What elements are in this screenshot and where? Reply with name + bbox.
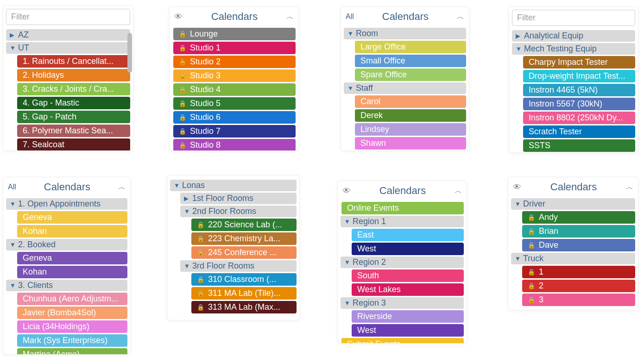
calendar-item[interactable]: 6. Polymer Mastic Sea...: [17, 125, 130, 137]
group-row[interactable]: ▼Region 2: [341, 257, 464, 268]
calendar-item[interactable]: Kohan: [17, 266, 127, 278]
calendar-item[interactable]: 🔒Dave: [522, 239, 635, 251]
collapse-icon[interactable]: ︿: [118, 182, 126, 192]
calendar-item[interactable]: Charpy Impact Tester: [523, 56, 635, 69]
panel1-list: ▶AZ▼UT1. Rainouts / Cancellat...2. Holid…: [3, 29, 133, 151]
calendar-item[interactable]: 🔒Studio 8: [173, 139, 296, 151]
calendar-item[interactable]: 1. Rainouts / Cancellat...: [17, 55, 130, 68]
calendar-item[interactable]: West: [352, 243, 464, 255]
group-row[interactable]: ▼Truck: [511, 253, 635, 264]
calendar-item[interactable]: Spare Office: [355, 69, 466, 81]
calendar-item[interactable]: 4. Gap - Mastic: [17, 97, 130, 109]
panel-title: Calendars: [183, 11, 286, 23]
calendar-item[interactable]: 🔒Studio 3: [173, 69, 296, 82]
group-row[interactable]: ▼Region 3: [341, 297, 464, 309]
calendar-item[interactable]: 🔒223 Chemistry La...: [191, 232, 297, 245]
group-row[interactable]: ▼Driver: [511, 198, 635, 210]
calendar-item[interactable]: 🔒Studio 7: [173, 125, 296, 138]
calendar-item[interactable]: Mark (Sys Enterprises): [17, 334, 127, 347]
calendar-item[interactable]: Martina (Acme): [17, 348, 127, 355]
collapse-icon[interactable]: ︿: [457, 12, 464, 22]
calendar-item[interactable]: Submit Events: [341, 338, 464, 344]
calendar-item[interactable]: Lindsey: [355, 123, 466, 136]
calendar-item[interactable]: 🔒245 Conference ...: [191, 246, 297, 259]
calendar-item[interactable]: 3. Cracks / Joints / Cra...: [17, 83, 130, 95]
calendar-item[interactable]: 🔒Studio 1: [173, 42, 296, 54]
calendar-item[interactable]: Javier (Bomba4Sol): [17, 307, 127, 319]
calendar-item[interactable]: 🔒Lounge: [173, 28, 296, 40]
group-row[interactable]: ▼Room: [344, 28, 466, 39]
calendar-item[interactable]: Riverside: [352, 310, 464, 323]
calendar-item[interactable]: West Lakes: [352, 283, 464, 296]
calendar-item[interactable]: Chunhua (Aero Adjustm...: [17, 293, 127, 305]
collapse-icon[interactable]: ︿: [626, 182, 633, 192]
calendar-item[interactable]: 5. Gap - Patch: [17, 111, 130, 123]
calendar-item[interactable]: South: [352, 269, 464, 282]
calendar-item[interactable]: Instron 4465 (5kN): [523, 84, 635, 96]
calendar-item[interactable]: 🔒Brian: [522, 225, 635, 238]
all-button[interactable]: All: [8, 183, 16, 191]
group-label: AZ: [18, 30, 29, 40]
group-label: 2. Booked: [18, 240, 56, 250]
group-row[interactable]: ▶1st Floor Rooms: [180, 193, 297, 204]
calendar-item[interactable]: Scratch Tester: [523, 125, 635, 138]
calendar-item[interactable]: 🔒3: [522, 294, 635, 306]
calendar-item[interactable]: East: [352, 229, 464, 241]
group-row[interactable]: ▼3rd Floor Rooms: [180, 260, 297, 272]
calendar-item[interactable]: SSTS: [523, 139, 635, 152]
calendar-item[interactable]: 🔒Studio 5: [173, 97, 296, 110]
panel4-list: ▶Analytical Equip▼Mech Testing EquipChar…: [509, 30, 638, 153]
calendar-item[interactable]: 🔒1: [522, 266, 635, 278]
calendar-item[interactable]: 🔒310 Classroom (...: [191, 273, 297, 286]
calendar-item-label: Lounge: [190, 29, 218, 39]
calendar-item[interactable]: 🔒313 MA Lab (Max...: [191, 301, 297, 313]
calendar-item[interactable]: Geneva: [17, 252, 127, 264]
eye-icon[interactable]: 👁: [513, 182, 521, 192]
calendar-item[interactable]: 2. Holidays: [17, 69, 130, 81]
calendar-item[interactable]: 7. Sealcoat: [17, 138, 130, 151]
eye-icon[interactable]: 👁: [174, 12, 183, 22]
calendar-item[interactable]: 🔒Studio 6: [173, 111, 296, 124]
calendar-item[interactable]: 🔒220 Science Lab (...: [191, 219, 297, 231]
calendar-item[interactable]: Kohan: [17, 225, 127, 238]
group-row[interactable]: ▼UT: [6, 42, 130, 54]
calendar-item[interactable]: Large Office: [355, 41, 466, 53]
calendar-item[interactable]: Derek: [355, 109, 466, 122]
group-row[interactable]: ▼1. Open Appointments: [6, 198, 127, 210]
scrollbar[interactable]: [127, 33, 132, 73]
calendar-item[interactable]: Instron 8802 (250kN Dy...: [523, 112, 635, 124]
calendar-item[interactable]: Drop-weight Impact Test...: [523, 70, 635, 82]
filter-input[interactable]: [6, 9, 130, 25]
calendar-item-label: 5. Gap - Patch: [23, 112, 76, 122]
filter-input[interactable]: [512, 10, 635, 26]
group-row[interactable]: ▶Analytical Equip: [512, 30, 635, 42]
calendar-item[interactable]: Small Office: [355, 55, 466, 67]
calendar-item[interactable]: 🔒Studio 2: [173, 56, 296, 68]
calendar-item[interactable]: 🔒Studio 4: [173, 83, 296, 96]
calendar-item-label: Riverside: [357, 312, 392, 321]
calendar-item[interactable]: Shawn: [355, 137, 466, 150]
calendar-item[interactable]: Geneva: [17, 211, 127, 224]
group-row[interactable]: ▼Lonas: [170, 180, 297, 191]
group-row[interactable]: ▼2nd Floor Rooms: [180, 206, 297, 217]
group-row[interactable]: ▼Region 1: [341, 216, 464, 227]
calendar-item[interactable]: 🔒Andy: [522, 211, 635, 224]
calendar-item[interactable]: Carol: [355, 95, 466, 108]
calendar-item[interactable]: Instron 5567 (30kN): [523, 98, 635, 110]
group-row[interactable]: ▼Mech Testing Equip: [512, 43, 635, 55]
collapse-icon[interactable]: ︿: [286, 12, 294, 22]
group-row[interactable]: ▶AZ: [6, 29, 130, 41]
collapse-icon[interactable]: ︿: [455, 186, 462, 196]
eye-icon[interactable]: 👁: [342, 186, 351, 196]
lock-icon: 🔒: [179, 31, 186, 38]
group-row[interactable]: ▼3. Clients: [6, 280, 127, 291]
calendar-item[interactable]: 🔒2: [522, 280, 635, 292]
calendar-item[interactable]: 🔒311 MA Lab (Tile)...: [191, 287, 297, 300]
calendar-item[interactable]: West: [352, 324, 464, 337]
calendar-item[interactable]: Online Events: [341, 202, 464, 214]
all-button[interactable]: All: [346, 13, 354, 21]
calendar-item[interactable]: Licia (34Holdings): [17, 320, 127, 333]
group-row[interactable]: ▼2. Booked: [6, 239, 127, 250]
group-row[interactable]: ▼Staff: [344, 82, 466, 94]
panel8-list: ▼Driver🔒Andy🔒Brian🔒Dave▼Truck🔒1🔒2🔒3: [508, 198, 638, 310]
